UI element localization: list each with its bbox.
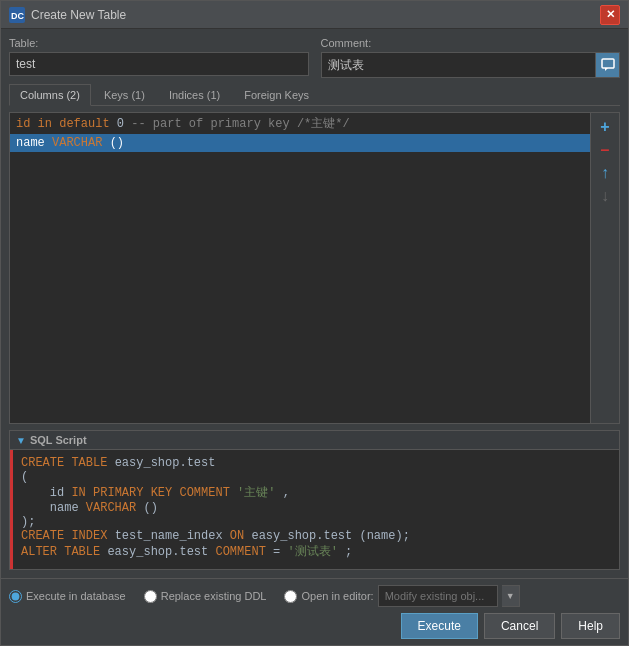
tab-indices[interactable]: Indices (1) [158,84,231,105]
comment-icon-button[interactable] [595,53,619,77]
table-label: Table: [9,37,309,49]
sql-line: ALTER TABLE easy_shop.test COMMENT = '测试… [21,543,611,560]
editor-panel: id in default 0 -- part of primary key /… [9,112,620,424]
top-row: Table: Comment: [9,37,620,78]
sql-line: ); [21,515,611,529]
radio-open-editor[interactable]: Open in editor: [284,590,373,603]
remove-row-button[interactable]: – [595,140,615,160]
radio-replace-ddl[interactable]: Replace existing DDL [144,590,267,603]
editor-list[interactable]: id in default 0 -- part of primary key /… [10,113,590,423]
move-up-button[interactable]: ↑ [595,163,615,183]
tabs-row: Columns (2) Keys (1) Indices (1) Foreign… [9,84,620,106]
cancel-button[interactable]: Cancel [484,613,555,639]
comment-field-group: Comment: [321,37,621,78]
comment-label: Comment: [321,37,621,49]
radio-execute-db[interactable]: Execute in database [9,590,126,603]
titlebar: DC Create New Table ✕ [1,1,628,29]
action-row: Execute Cancel Help [9,613,620,639]
sql-line: name VARCHAR () [21,501,611,515]
sql-body: CREATE TABLE easy_shop.test ( id IN PRIM… [10,450,619,569]
sql-collapse-arrow: ▼ [16,435,26,446]
modify-object-input[interactable] [378,585,498,607]
radio-replace-ddl-label: Replace existing DDL [161,590,267,602]
side-buttons: + – ↑ ↓ [590,113,619,423]
radio-open-editor-label: Open in editor: [301,590,373,602]
sql-line: ( [21,470,611,484]
radio-execute-db-label: Execute in database [26,590,126,602]
sql-line: CREATE TABLE easy_shop.test [21,456,611,470]
svg-text:DC: DC [11,11,24,21]
add-row-button[interactable]: + [595,117,615,137]
sql-section: ▼ SQL Script CREATE TABLE easy_shop.test… [9,430,620,570]
main-content: Table: Comment: Columns [1,29,628,578]
main-window: DC Create New Table ✕ Table: Comment: [0,0,629,646]
table-field-group: Table: [9,37,309,76]
editor-row[interactable]: name VARCHAR () [10,134,590,152]
comment-input[interactable] [322,53,596,77]
svg-rect-2 [602,59,614,68]
sql-line: CREATE INDEX test_name_index ON easy_sho… [21,529,611,543]
editor-row[interactable]: id in default 0 -- part of primary key /… [10,113,590,134]
execute-button[interactable]: Execute [401,613,478,639]
comment-input-wrap [321,52,621,78]
open-in-editor-group: Open in editor: ▼ [284,585,519,607]
close-button[interactable]: ✕ [600,5,620,25]
tab-keys[interactable]: Keys (1) [93,84,156,105]
sql-header[interactable]: ▼ SQL Script [10,431,619,450]
help-button[interactable]: Help [561,613,620,639]
radio-row: Execute in database Replace existing DDL… [9,585,620,607]
app-icon: DC [9,7,25,23]
table-input[interactable] [9,52,309,76]
sql-line: id IN PRIMARY KEY COMMENT '主键' , [21,484,611,501]
modify-dropdown-button[interactable]: ▼ [502,585,520,607]
tab-foreign-keys[interactable]: Foreign Keys [233,84,320,105]
move-down-button[interactable]: ↓ [595,186,615,206]
window-title: Create New Table [31,8,600,22]
tab-columns[interactable]: Columns (2) [9,84,91,106]
sql-header-label: SQL Script [30,434,87,446]
bottom-bar: Execute in database Replace existing DDL… [1,578,628,645]
